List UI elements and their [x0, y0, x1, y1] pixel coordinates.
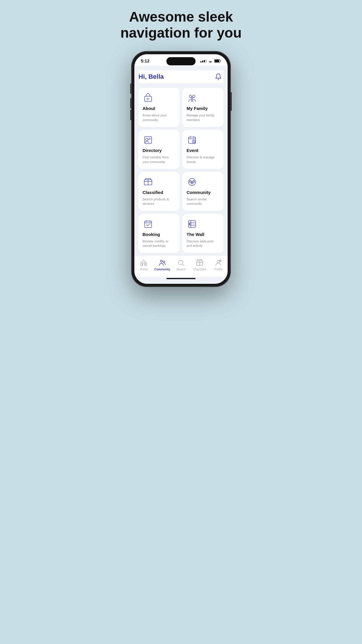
svg-rect-27 [145, 221, 152, 228]
svg-point-36 [161, 260, 163, 262]
battery-icon [214, 59, 221, 63]
my-family-card[interactable]: My Family Manage your family members [182, 88, 224, 127]
nav-search[interactable]: Search [172, 259, 190, 271]
dynamic-island [166, 57, 196, 65]
classified-nav-label: Classified [193, 268, 206, 271]
family-title: My Family [187, 106, 219, 111]
phone-frame: 5:12 [131, 51, 231, 286]
svg-line-25 [191, 182, 192, 183]
booking-title: Booking [143, 232, 175, 237]
svg-rect-2 [145, 96, 152, 102]
directory-title: Directory [143, 148, 175, 153]
directory-desc: Find member from your community [143, 155, 175, 164]
svg-point-6 [193, 95, 195, 97]
directory-card[interactable]: Directory Find member from your communit… [138, 130, 180, 169]
community-card[interactable]: Community Search similar community [182, 172, 224, 211]
booking-desc: Review, modify, or cancel bookings [143, 239, 175, 248]
home-nav-icon [140, 259, 148, 267]
classified-card[interactable]: Classified Search products & services [138, 172, 180, 211]
phone-screen: 5:12 [134, 54, 228, 284]
about-icon [143, 92, 154, 104]
wall-card[interactable]: The Wall Discover daily post and activit… [182, 214, 224, 253]
home-nav-label: Home [140, 268, 148, 271]
about-title: About [143, 106, 175, 111]
svg-point-38 [178, 260, 183, 265]
nav-profile[interactable]: Profile [209, 259, 228, 271]
wall-title: The Wall [187, 232, 219, 237]
event-icon [187, 134, 198, 146]
booking-icon [143, 218, 154, 230]
directory-icon [143, 134, 154, 146]
community-nav-label: Community [154, 268, 171, 271]
community-title: Community [187, 190, 219, 195]
search-nav-icon [177, 259, 185, 267]
status-bar: 5:12 [134, 54, 228, 66]
svg-rect-1 [215, 60, 219, 62]
wall-desc: Discover daily post and activity [187, 239, 219, 248]
booking-card[interactable]: Booking Review, modify, or cancel bookin… [138, 214, 180, 253]
svg-line-46 [221, 260, 221, 260]
status-icons [200, 59, 221, 63]
family-desc: Manage your family members [187, 113, 219, 122]
community-desc: Search similar community [187, 197, 219, 206]
event-title: Event [187, 148, 219, 153]
classified-icon [143, 176, 154, 188]
search-nav-label: Search [176, 268, 186, 271]
classified-desc: Search products & services [143, 197, 175, 206]
event-desc: Discover & manage events [187, 155, 219, 164]
svg-point-5 [189, 95, 191, 97]
wifi-icon [208, 59, 213, 63]
profile-nav-icon [214, 259, 222, 267]
nav-classified[interactable]: Classified [190, 259, 209, 271]
community-nav-icon [158, 259, 166, 267]
wall-icon [187, 218, 198, 230]
greeting-text: Hi, Bella [138, 73, 164, 80]
menu-grid: About Know about your community [138, 88, 224, 253]
svg-line-39 [182, 264, 184, 265]
app-header: Hi, Bella [138, 70, 224, 83]
family-icon [187, 92, 198, 104]
signal-icon [200, 60, 207, 62]
nav-home[interactable]: Home [134, 259, 153, 271]
about-desc: Know about your community [143, 113, 175, 122]
page-headline: Awesome sleek navigation for you [99, 9, 263, 41]
classified-title: Classified [143, 190, 175, 195]
svg-point-7 [191, 97, 193, 99]
bottom-navigation: Home Community [134, 256, 228, 277]
community-icon [187, 176, 198, 188]
svg-point-37 [163, 261, 165, 262]
about-card[interactable]: About Know about your community [138, 88, 180, 127]
svg-point-9 [146, 138, 148, 141]
notification-button[interactable] [213, 71, 224, 82]
nav-community[interactable]: Community [153, 259, 172, 271]
classified-nav-icon [196, 259, 204, 267]
event-card[interactable]: Event Discover & manage events [182, 130, 224, 169]
app-content: Hi, Bella [134, 66, 228, 253]
svg-line-26 [193, 182, 194, 183]
home-indicator [166, 278, 196, 279]
svg-rect-35 [189, 223, 190, 225]
profile-nav-label: Profile [214, 268, 222, 271]
status-time: 5:12 [141, 58, 150, 63]
